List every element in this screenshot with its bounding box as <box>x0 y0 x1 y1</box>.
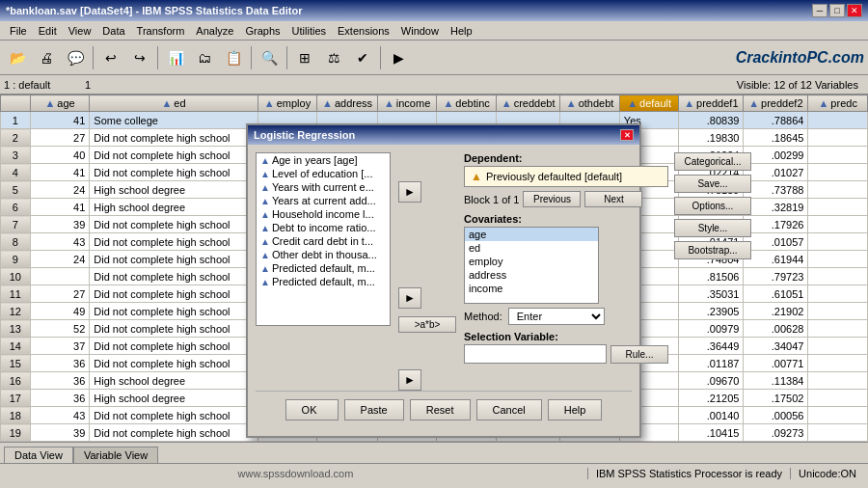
source-var-income[interactable]: ▲Household income l... <box>257 207 390 221</box>
reset-btn[interactable]: Reset <box>410 399 471 420</box>
minimize-btn[interactable]: ─ <box>812 4 827 17</box>
var-btn[interactable]: 📋 <box>220 44 247 71</box>
menu-file[interactable]: File <box>4 24 33 38</box>
toolbar-sep5 <box>380 46 381 69</box>
logo: CrackintoPC.com <box>736 49 864 67</box>
print-btn[interactable]: 🖨 <box>33 44 60 71</box>
tab-variable-view[interactable]: Variable View <box>73 447 158 463</box>
previous-btn[interactable]: Previous <box>523 191 581 207</box>
dependent-value: Previously defaulted [default] <box>486 171 622 182</box>
options-btn[interactable]: Options... <box>674 197 751 215</box>
run-btn[interactable]: ▶ <box>385 44 412 71</box>
dialog-title-bar: Logistic Regression ✕ <box>248 125 639 145</box>
dialog-title-text: Logistic Regression <box>254 129 355 141</box>
ok-btn[interactable]: OK <box>285 399 339 420</box>
menu-transform[interactable]: Transform <box>131 24 191 38</box>
bottom-tabs: Data View Variable View <box>0 442 868 463</box>
menu-utilities[interactable]: Utilities <box>286 24 332 38</box>
help-btn[interactable]: Help <box>548 399 603 420</box>
chart-btn[interactable]: 📊 <box>162 44 189 71</box>
redo-btn[interactable]: ↪ <box>126 44 153 71</box>
var-value-display: 1 <box>85 79 91 91</box>
dialog-body: ▲Age in years [age] ▲Level of education … <box>248 145 639 436</box>
dep-arrow-btn[interactable]: ► <box>398 181 421 203</box>
source-var-othdebt[interactable]: ▲Other debt in thousa... <box>257 248 390 261</box>
covariates-box[interactable]: age ed employ address income <box>464 227 599 304</box>
close-btn[interactable]: ✕ <box>847 4 862 17</box>
status-unicode: Unicode:ON <box>790 468 864 479</box>
title-bar: *bankloan.sav [DataSet4] - IBM SPSS Stat… <box>0 0 868 21</box>
source-var-list[interactable]: ▲Age in years [age] ▲Level of education … <box>256 152 391 326</box>
cov-arrow-btn[interactable]: ► <box>398 287 421 309</box>
toolbar-sep4 <box>286 46 287 69</box>
source-var-preddef2[interactable]: ▲Predicted default, m... <box>257 275 390 288</box>
status-watermark: www.spssdownload.com <box>4 468 587 479</box>
method-select[interactable]: Enter Forward: LR Backward: LR <box>508 308 605 325</box>
block-label: Block 1 of 1 <box>464 194 519 205</box>
selection-arrow-btn[interactable]: ► <box>398 369 421 391</box>
save-btn[interactable]: Save... <box>674 175 751 193</box>
undo-btn[interactable]: ↩ <box>97 44 124 71</box>
dialog-title-controls: ✕ <box>620 129 634 141</box>
status-bar: www.spssdownload.com IBM SPSS Statistics… <box>0 463 868 482</box>
select-btn[interactable]: ✔ <box>349 44 376 71</box>
next-btn[interactable]: Next <box>584 191 642 207</box>
window-controls: ─ □ ✕ <box>812 4 862 17</box>
categorical-btn[interactable]: Categorical... <box>674 152 751 171</box>
cov-address[interactable]: address <box>465 268 598 282</box>
cancel-btn[interactable]: Cancel <box>476 399 542 420</box>
menu-graphs[interactable]: Graphs <box>239 24 285 38</box>
dialog-footer: OK Paste Reset Cancel Help <box>256 391 632 428</box>
toolbar-sep1 <box>93 46 94 69</box>
status-processor: IBM SPSS Statistics Processor is ready <box>587 468 790 479</box>
menu-help[interactable]: Help <box>445 24 478 38</box>
visible-vars: Visible: 12 of 12 Variables <box>737 79 858 91</box>
recall-btn[interactable]: 💬 <box>62 44 89 71</box>
menu-window[interactable]: Window <box>395 24 445 38</box>
menu-edit[interactable]: Edit <box>33 24 63 38</box>
split-btn[interactable]: ⊞ <box>291 44 318 71</box>
logistic-regression-dialog: Logistic Regression ✕ ▲Age in years [age… <box>246 123 641 438</box>
toolbar-sep2 <box>157 46 158 69</box>
method-label: Method: <box>464 311 502 322</box>
cov-employ[interactable]: employ <box>465 255 598 268</box>
dialog-close-btn[interactable]: ✕ <box>620 129 634 141</box>
data-editor: ▲age ▲ed ▲employ ▲address ▲income ▲debti… <box>0 95 868 442</box>
find-btn[interactable]: 🔍 <box>256 44 283 71</box>
source-var-ed[interactable]: ▲Level of education [... <box>257 167 390 180</box>
paste-btn[interactable]: Paste <box>344 399 404 420</box>
menu-analyze[interactable]: Analyze <box>190 24 239 38</box>
selection-input[interactable] <box>464 344 607 364</box>
menu-view[interactable]: View <box>63 24 97 38</box>
dependent-label: Dependent: <box>464 152 668 164</box>
source-var-preddef1[interactable]: ▲Predicted default, m... <box>257 261 390 275</box>
source-var-debtinc[interactable]: ▲Debt to income ratio... <box>257 221 390 234</box>
style-btn[interactable]: Style... <box>674 219 751 237</box>
source-var-age[interactable]: ▲Age in years [age] <box>257 153 390 167</box>
open-btn[interactable]: 📂 <box>4 44 31 71</box>
tab-data-view[interactable]: Data View <box>4 447 73 463</box>
rule-btn[interactable]: Rule... <box>610 345 668 364</box>
var-bar: 1 : default 1 Visible: 12 of 12 Variable… <box>0 75 868 95</box>
toolbar-sep3 <box>251 46 252 69</box>
dialog-overlay: Logistic Regression ✕ ▲Age in years [age… <box>0 95 868 442</box>
source-var-address[interactable]: ▲Years at current add... <box>257 194 390 207</box>
covariates-label: Covariates: <box>464 213 668 225</box>
dependent-box[interactable]: ▲ Previously defaulted [default] <box>464 166 668 187</box>
toolbar: 📂 🖨 💬 ↩ ↪ 📊 🗂 📋 🔍 ⊞ ⚖ ✔ ▶ CrackintoPC.co… <box>0 41 868 75</box>
data-btn[interactable]: 🗂 <box>191 44 218 71</box>
bootstrap-btn[interactable]: Bootstrap... <box>674 241 751 259</box>
maximize-btn[interactable]: □ <box>829 4 845 17</box>
source-var-employ[interactable]: ▲Years with current e... <box>257 180 390 194</box>
cov-age[interactable]: age <box>465 228 598 241</box>
menu-bar: File Edit View Data Transform Analyze Gr… <box>0 21 868 41</box>
source-var-creddebt[interactable]: ▲Credit card debt in t... <box>257 234 390 248</box>
ab-btn[interactable]: >a*b> <box>398 316 456 333</box>
menu-extensions[interactable]: Extensions <box>332 24 395 38</box>
selection-label: Selection Variable: <box>464 331 668 342</box>
cov-ed[interactable]: ed <box>465 241 598 255</box>
cov-income[interactable]: income <box>465 282 598 295</box>
weight-btn[interactable]: ⚖ <box>320 44 347 71</box>
menu-data[interactable]: Data <box>96 24 130 38</box>
selection-row: Rule... <box>464 344 668 364</box>
